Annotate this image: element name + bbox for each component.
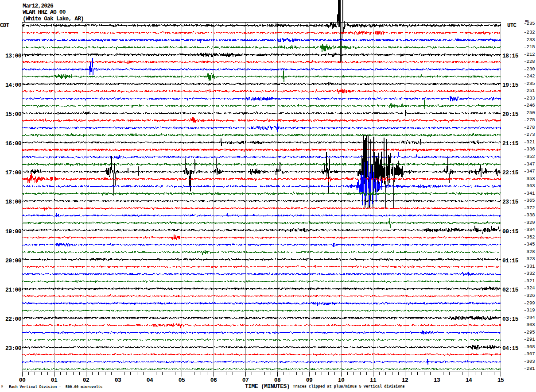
- svg-text:-323: -323: [524, 256, 535, 261]
- svg-text:TIME (MINUTES): TIME (MINUTES): [245, 383, 290, 390]
- svg-text:21:00: 21:00: [5, 287, 22, 293]
- svg-text:Mar12,2026: Mar12,2026: [23, 3, 54, 9]
- svg-text:05: 05: [179, 377, 185, 384]
- svg-text:-278: -278: [524, 125, 535, 130]
- svg-text:-232: -232: [524, 30, 535, 35]
- svg-text:22:15: 22:15: [502, 169, 519, 176]
- svg-text:06: 06: [210, 377, 217, 384]
- svg-text:15: 15: [497, 377, 504, 384]
- svg-text:-242: -242: [524, 73, 535, 79]
- svg-text:23:00: 23:00: [5, 345, 22, 352]
- svg-text:-332: -332: [524, 271, 535, 276]
- svg-text:-228: -228: [524, 59, 535, 64]
- svg-text:14:00: 14:00: [5, 82, 22, 88]
- svg-text:-230: -230: [524, 66, 535, 72]
- svg-text:00:15: 00:15: [502, 228, 519, 235]
- svg-text:-372: -372: [524, 205, 535, 211]
- svg-text:-347: -347: [524, 169, 535, 174]
- svg-text:-294: -294: [524, 315, 535, 320]
- svg-text:-233: -233: [524, 96, 535, 101]
- svg-text:Traces clipped at plus/minus 5: Traces clipped at plus/minus 5 vertical …: [293, 384, 405, 389]
- svg-text:02:15: 02:15: [502, 287, 519, 293]
- svg-text:-352: -352: [524, 154, 535, 159]
- svg-text:-365: -365: [524, 198, 535, 203]
- svg-text:18:00: 18:00: [5, 199, 22, 205]
- svg-text:10: 10: [338, 377, 345, 384]
- svg-text:00: 00: [19, 377, 26, 384]
- svg-text:-307: -307: [524, 351, 535, 357]
- svg-text:-321: -321: [524, 278, 535, 284]
- svg-text:-273: -273: [524, 132, 535, 137]
- svg-text:07: 07: [242, 377, 249, 384]
- svg-text:-352: -352: [524, 234, 535, 240]
- svg-text:M: M: [1, 385, 3, 388]
- svg-text:-308: -308: [524, 344, 535, 350]
- svg-text:-328: -328: [524, 249, 535, 254]
- svg-text:-334: -334: [524, 227, 535, 232]
- svg-text:-233: -233: [524, 37, 535, 42]
- svg-text:17:00: 17:00: [5, 169, 22, 176]
- svg-text:02: 02: [83, 377, 89, 384]
- svg-text:04: 04: [147, 377, 153, 384]
- svg-text:22:00: 22:00: [5, 316, 22, 323]
- svg-text:-235: -235: [524, 81, 535, 86]
- svg-text:03:15: 03:15: [502, 316, 519, 323]
- svg-text:-363: -363: [524, 183, 535, 188]
- svg-text:-329: -329: [524, 220, 535, 225]
- svg-text:18:15: 18:15: [502, 53, 519, 59]
- svg-text:-353: -353: [524, 176, 535, 181]
- svg-text:-299: -299: [524, 300, 535, 306]
- svg-text:03: 03: [115, 377, 121, 384]
- svg-text:CDT: CDT: [0, 23, 10, 29]
- svg-text:01:15: 01:15: [502, 257, 519, 264]
- svg-text:11: 11: [370, 377, 377, 384]
- svg-text:-345: -345: [524, 242, 535, 247]
- svg-text:19:15: 19:15: [502, 82, 519, 88]
- svg-text:-326: -326: [524, 293, 535, 298]
- svg-text:-338: -338: [524, 212, 535, 218]
- svg-text:-331: -331: [524, 264, 535, 269]
- svg-text:12: 12: [402, 377, 408, 384]
- svg-text:19:00: 19:00: [5, 228, 22, 235]
- svg-text:-347: -347: [524, 161, 535, 167]
- svg-text:-275: -275: [524, 117, 535, 123]
- svg-text:04:15: 04:15: [502, 345, 519, 352]
- svg-text:-324: -324: [524, 285, 535, 291]
- svg-text:Each Vertical Division = 500.: Each Vertical Division = 500.00 microvol…: [9, 385, 102, 389]
- svg-text:08: 08: [274, 377, 281, 384]
- svg-text:15:00: 15:00: [5, 111, 22, 118]
- svg-text:-319: -319: [524, 307, 535, 313]
- svg-text:14: 14: [466, 377, 472, 384]
- svg-text:13:00: 13:00: [5, 53, 22, 59]
- svg-text:13: 13: [434, 377, 440, 384]
- svg-text:-246: -246: [524, 103, 535, 108]
- svg-text:-212: -212: [524, 52, 535, 57]
- svg-text:-251: -251: [524, 88, 535, 93]
- svg-text:-215: -215: [524, 44, 535, 50]
- svg-text:-295: -295: [524, 330, 535, 335]
- svg-text:-303: -303: [524, 359, 535, 364]
- svg-text:(White Oak Lake, AR): (White Oak Lake, AR): [23, 15, 84, 22]
- svg-text:20:00: 20:00: [5, 257, 22, 264]
- svg-text:01: 01: [51, 377, 58, 384]
- svg-text:-291: -291: [524, 337, 535, 342]
- svg-text:23:15: 23:15: [502, 199, 519, 205]
- svg-text:-341: -341: [524, 191, 535, 196]
- svg-text:09: 09: [306, 377, 313, 384]
- svg-text:-303: -303: [524, 322, 535, 327]
- svg-text:21:15: 21:15: [502, 140, 519, 147]
- svg-text:-281: -281: [524, 366, 535, 371]
- svg-text:WLAR HHZ AG 00: WLAR HHZ AG 00: [23, 9, 66, 15]
- svg-text:-235: -235: [524, 21, 535, 26]
- svg-text:UTC: UTC: [507, 23, 517, 29]
- svg-text:16:00: 16:00: [5, 140, 22, 147]
- svg-text:-336: -336: [524, 146, 535, 152]
- svg-text:20:15: 20:15: [502, 111, 519, 118]
- svg-text:-321: -321: [524, 139, 535, 145]
- svg-text:-250: -250: [524, 110, 535, 115]
